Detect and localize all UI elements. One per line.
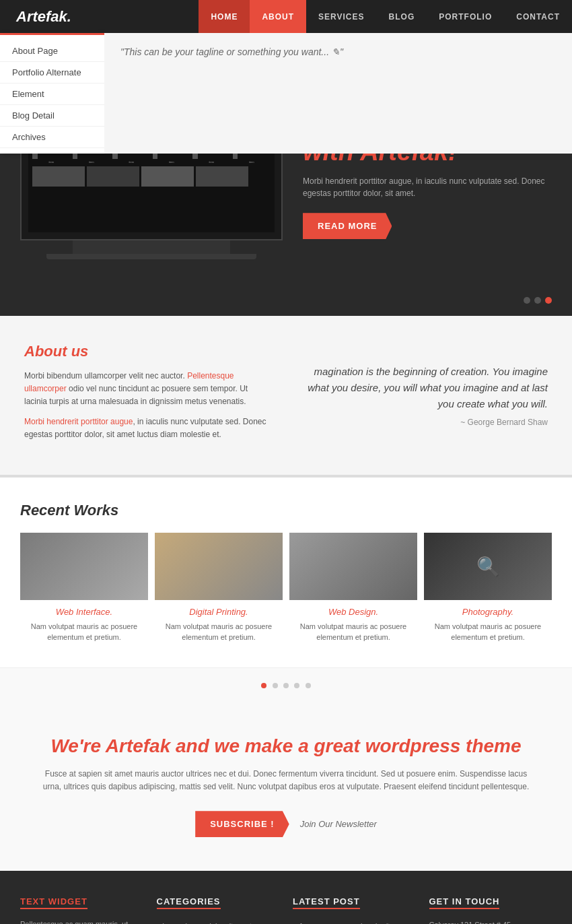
work-desc-4: Nam volutpat mauris ac posuere elementum…	[424, 621, 552, 643]
cta-title-part1: We're	[50, 735, 105, 756]
about-title-prefix: About	[24, 343, 71, 360]
dropdown-overlay: About Page Portfolio Alternate Element B…	[0, 33, 572, 154]
hero-pagination	[524, 297, 552, 304]
about-right: magination is the beginning of creation.…	[299, 343, 548, 448]
footer-text-widget: TEXT WIDGET Pellentesque ac quam mauris,…	[20, 895, 143, 924]
cta-title: We're Artefak and we make a great wordpr…	[40, 735, 532, 757]
page-dot-1[interactable]	[261, 683, 266, 688]
dropdown-menu: About Page Portfolio Alternate Element B…	[0, 33, 104, 154]
cta-section: We're Artefak and we make a great wordpr…	[0, 702, 572, 871]
footer-contact-info: Calvarey 121 Street # 45 Telp: +800 123 …	[429, 919, 552, 924]
footer-columns: TEXT WIDGET Pellentesque ac quam mauris,…	[20, 895, 552, 924]
nav-blog[interactable]: BLOG	[377, 0, 427, 33]
works-grid: Web Interface. Nam volutpat mauris ac po…	[20, 533, 552, 643]
nav-contact[interactable]: CONTACT	[504, 0, 572, 33]
newsletter-label: Join Our Newsletter	[300, 819, 377, 829]
work-desc-1: Nam volutpat mauris ac posuere elementum…	[20, 621, 148, 643]
work-desc-3: Nam volutpat mauris ac posuere elementum…	[289, 621, 417, 643]
page-dot-3[interactable]	[283, 683, 289, 688]
work-item-2: Digital Printing. Nam volutpat mauris ac…	[155, 533, 283, 643]
hero-dot-3[interactable]	[545, 297, 552, 304]
footer-categories: CATEGORIES Lorem ipsum dolor sit amet Pe…	[157, 895, 280, 924]
about-body1: Morbi bibendum ullamcorper velit nec auc…	[24, 370, 273, 409]
dropdown-item-about[interactable]: About Page	[0, 40, 104, 62]
work-thumb-3	[289, 533, 417, 600]
read-more-button[interactable]: READ MORE	[303, 213, 392, 239]
recent-works-section: Recent Works Web Interface. Nam volutpat…	[0, 477, 572, 667]
work-title-4: Photography.	[424, 607, 552, 617]
page-dot-2[interactable]	[273, 683, 278, 688]
nav-portfolio[interactable]: PORTFOLIO	[427, 0, 504, 33]
subscribe-row: SUBSCRIBE ! Join Our Newsletter	[40, 811, 532, 837]
about-title: About us	[24, 343, 273, 360]
dropdown-tagline: "This can be your tagline or something y…	[104, 33, 572, 154]
footer-contact: GET IN TOUCH Calvarey 121 Street # 45 Te…	[429, 895, 552, 924]
quote-text: magination is the beginning of creation.…	[299, 364, 548, 412]
about-link1[interactable]: Pellentesque ullamcorper	[24, 371, 234, 393]
footer: TEXT WIDGET Pellentesque ac quam mauris,…	[0, 871, 572, 924]
hero-description: Morbi hendrerit porttitor augue, in iacu…	[303, 175, 552, 199]
footer-contact-title: GET IN TOUCH	[429, 896, 500, 909]
monitor-base	[46, 254, 256, 259]
monitor-stand	[73, 240, 230, 254]
work-title-3: Web Design.	[289, 607, 417, 617]
screen-row2-thumb	[141, 166, 194, 187]
dropdown-item-blog[interactable]: Blog Detail	[0, 105, 104, 127]
subscribe-button[interactable]: SUBSCRIBE !	[195, 811, 289, 837]
text-widget-prefix: TEXT WIDGE	[20, 896, 81, 906]
work-item-3: Web Design. Nam volutpat mauris ac posue…	[289, 533, 417, 643]
about-link2[interactable]: Morbi hendrerit porttitor augue	[24, 417, 133, 426]
page-dot-4[interactable]	[294, 683, 299, 688]
quote-author: ~ George Bernard Shaw	[299, 418, 548, 427]
header: Artefak. HOME ABOUT SERVICES BLOG PORTFO…	[0, 0, 572, 33]
about-body2: Morbi hendrerit porttitor augue, in iacu…	[24, 416, 273, 441]
cta-title-part2: and we make a great wordpress theme	[170, 735, 521, 756]
screen-row2-thumb	[87, 166, 139, 187]
footer-categories-list: Lorem ipsum dolor sit amet Pellentesque …	[157, 919, 280, 924]
work-item-4: Photography. Nam volutpat mauris ac posu…	[424, 533, 552, 643]
footer-latest-post-title: LATEST POST	[293, 896, 360, 909]
page-dot-5[interactable]	[306, 683, 311, 688]
work-item-1: Web Interface. Nam volutpat mauris ac po…	[20, 533, 148, 643]
screen-row2-thumb	[196, 166, 248, 187]
nav-about[interactable]: ABOUT	[250, 0, 306, 33]
hero-dot-2[interactable]	[534, 297, 541, 304]
post-item[interactable]: Aenean nonummy hendrerit	[293, 919, 416, 924]
hero-dot-1[interactable]	[524, 297, 530, 304]
dropdown-item-archives[interactable]: Archives	[0, 127, 104, 148]
dropdown-item-portfolio[interactable]: Portfolio Alternate	[0, 62, 104, 84]
work-thumb-1	[20, 533, 148, 600]
dropdown-item-element[interactable]: Element	[0, 84, 104, 105]
main-nav: HOME ABOUT SERVICES BLOG PORTFOLIO CONTA…	[199, 0, 572, 33]
footer-text-widget-title: TEXT WIDGET	[20, 896, 87, 909]
footer-text-body1: Pellentesque ac quam mauris, ut imperdie…	[20, 919, 143, 924]
logo: Artefak.	[0, 0, 87, 33]
work-title-1: Web Interface.	[20, 607, 148, 617]
footer-categories-title: CATEGORIES	[157, 896, 221, 909]
text-widget-highlight: T	[81, 896, 87, 906]
work-title-2: Digital Printing.	[155, 607, 283, 617]
footer-latest-post: LATEST POST Aenean nonummy hendrerit Cum…	[293, 895, 416, 924]
work-thumb-2	[155, 533, 283, 600]
nav-home[interactable]: HOME	[199, 0, 250, 33]
screen-row2-thumb	[32, 166, 85, 187]
work-thumb-4	[424, 533, 552, 600]
about-left: About us Morbi bibendum ullamcorper veli…	[24, 343, 273, 448]
footer-latest-post-list: Aenean nonummy hendrerit Cum sociis nato…	[293, 919, 416, 924]
quote-block: magination is the beginning of creation.…	[299, 364, 548, 427]
cta-title-highlight: Artefak	[106, 735, 170, 756]
recent-works-title: Recent Works	[20, 502, 552, 519]
tagline-text: "This can be your tagline or something y…	[120, 46, 343, 57]
about-title-highlight: us	[71, 343, 89, 360]
screen-row2	[28, 164, 275, 187]
works-pagination	[0, 667, 572, 702]
work-desc-2: Nam volutpat mauris ac posuere elementum…	[155, 621, 283, 643]
cta-description: Fusce at sapien sit amet mauris auctor u…	[40, 768, 532, 793]
nav-services[interactable]: SERVICES	[306, 0, 376, 33]
about-section: About us Morbi bibendum ullamcorper veli…	[0, 316, 572, 475]
category-item[interactable]: Lorem ipsum dolor sit amet	[157, 919, 280, 924]
contact-address: Calvarey 121 Street # 45	[429, 919, 552, 924]
